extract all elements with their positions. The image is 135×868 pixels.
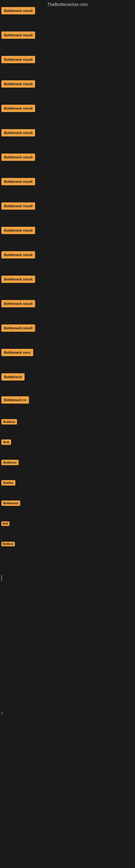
bottleneck-badge-7: Bottleneck result xyxy=(1,154,35,161)
bottleneck-badge-8: Bottleneck result xyxy=(1,178,35,185)
item-13[interactable]: Bottleneck result xyxy=(1,301,35,306)
item-2[interactable]: Bottleneck result xyxy=(1,33,35,37)
item-14[interactable]: Bottleneck result xyxy=(1,326,35,330)
item-19[interactable]: Bott xyxy=(1,439,11,444)
bottleneck-badge-9: Bottleneck result xyxy=(1,203,35,210)
bottleneck-badge-12: Bottleneck result xyxy=(1,276,35,283)
bottleneck-badge-19: Bott xyxy=(1,439,11,445)
item-6[interactable]: Bottleneck result xyxy=(1,130,35,135)
item-1[interactable]: Bottleneck result xyxy=(1,8,35,13)
cursor-indicator xyxy=(1,575,2,581)
bottleneck-badge-23: Bott xyxy=(1,521,9,526)
item-23[interactable]: Bott xyxy=(1,521,9,526)
bottleneck-badge-13: Bottleneck result xyxy=(1,300,35,307)
bottleneck-badge-11: Bottleneck result xyxy=(1,251,35,258)
item-10[interactable]: Bottleneck result xyxy=(1,228,35,233)
bottleneck-badge-2: Bottleneck result xyxy=(1,31,35,39)
bottleneck-badge-21: Bottlen xyxy=(1,480,15,486)
bottleneck-badge-10: Bottleneck result xyxy=(1,227,35,234)
item-7[interactable]: Bottleneck result xyxy=(1,155,35,159)
item-11[interactable]: Bottleneck result xyxy=(1,252,35,257)
item-21[interactable]: Bottlen xyxy=(1,480,15,485)
item-22[interactable]: Bottleneck xyxy=(1,500,20,505)
bottleneck-badge-20: Bottlenec xyxy=(1,460,18,465)
item-8[interactable]: Bottleneck result xyxy=(1,179,35,184)
bottleneck-badge-5: Bottleneck result xyxy=(1,105,35,112)
bottleneck-badge-3: Bottleneck result xyxy=(1,56,35,63)
page-wrapper: TheBottlenecker.com Bottleneck result Bo… xyxy=(0,0,135,868)
item-24[interactable]: Bottlene xyxy=(1,541,15,546)
item-15[interactable]: Bottleneck resu xyxy=(1,350,33,355)
bottleneck-badge-4: Bottleneck result xyxy=(1,80,35,88)
bottleneck-badge-6: Bottleneck result xyxy=(1,129,35,136)
bottleneck-badge-16: Bottleneck xyxy=(1,373,25,380)
item-12[interactable]: Bottleneck result xyxy=(1,277,35,282)
item-3[interactable]: Bottleneck result xyxy=(1,57,35,62)
item-18[interactable]: Bottlene xyxy=(1,419,17,424)
item-17[interactable]: Bottleneck re xyxy=(1,397,29,402)
bottom-p-label: p xyxy=(1,711,3,715)
bottleneck-badge-15: Bottleneck resu xyxy=(1,349,33,356)
item-5[interactable]: Bottleneck result xyxy=(1,106,35,111)
bottleneck-badge-18: Bottlene xyxy=(1,419,17,425)
bottleneck-badge-22: Bottleneck xyxy=(1,500,20,506)
bottleneck-badge-1: Bottleneck result xyxy=(1,7,35,14)
item-4[interactable]: Bottleneck result xyxy=(1,82,35,86)
item-16[interactable]: Bottleneck xyxy=(1,374,25,379)
item-20[interactable]: Bottlenec xyxy=(1,460,18,465)
bottleneck-badge-17: Bottleneck re xyxy=(1,396,29,404)
item-9[interactable]: Bottleneck result xyxy=(1,204,35,208)
bottleneck-badge-14: Bottleneck result xyxy=(1,324,35,332)
bottleneck-badge-24: Bottlene xyxy=(1,542,15,546)
